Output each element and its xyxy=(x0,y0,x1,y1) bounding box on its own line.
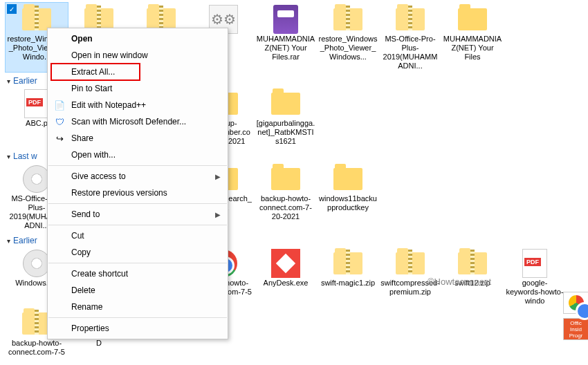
menu-item-label: Open with... xyxy=(71,150,116,160)
file-label: MS-Office-Pro-Plus-2019(MUHAMMADNI... xyxy=(380,35,440,71)
file-item[interactable]: MUHAMMADNIAZ(NET) Your Files xyxy=(441,3,504,72)
menu-item-label: Copy xyxy=(71,247,91,257)
chevron-down-icon: ▾ xyxy=(7,77,10,85)
file-label: backup-howto-connect.com-7-20-2021 xyxy=(256,194,315,221)
rar-icon xyxy=(269,6,302,33)
file-item[interactable]: swift-magic1.zip xyxy=(317,247,379,307)
zip-folder-icon xyxy=(394,250,427,277)
menu-item-label: Pin to Start xyxy=(71,84,112,93)
menu-separator xyxy=(48,317,227,318)
file-item[interactable]: backup-howto-connect.com-7-20-2021 xyxy=(255,162,317,232)
menu-item-label: Properties xyxy=(71,324,109,333)
notepad-icon: 📄 xyxy=(53,99,66,111)
check-icon: ✓ xyxy=(7,4,17,14)
folder-icon xyxy=(456,6,489,33)
file-item[interactable]: windows11backupproductkey xyxy=(317,162,379,232)
folder-icon xyxy=(269,90,302,118)
menu-item-label: Open in new window xyxy=(71,50,148,60)
menu-item-scan-with-microsoft-defender[interactable]: 🛡Scan with Microsoft Defender... xyxy=(48,113,228,130)
menu-item-label: Scan with Microsoft Defender... xyxy=(71,117,186,127)
pdf-icon xyxy=(518,250,551,277)
menu-separator xyxy=(48,263,227,263)
office-insider-peek[interactable]: OfficInsidProgr xyxy=(563,318,588,340)
menu-item-open-in-new-window[interactable]: Open in new window xyxy=(48,47,228,64)
group-header-label: Earlier xyxy=(13,76,37,86)
menu-item-rename[interactable]: Rename xyxy=(48,299,228,315)
menu-item-label: Cut xyxy=(71,231,84,241)
menu-item-edit-with-notepad[interactable]: 📄Edit with Notepad++ xyxy=(48,97,228,113)
menu-item-create-shortcut[interactable]: Create shortcut xyxy=(48,265,228,282)
menu-item-label: Extract All... xyxy=(71,67,115,77)
menu-item-label: Restore previous versions xyxy=(71,188,167,198)
share-icon: ↪ xyxy=(53,132,66,144)
file-label: google-keywords-howto-windo xyxy=(505,279,564,306)
menu-item-label: Share xyxy=(71,133,93,143)
menu-separator xyxy=(48,203,227,204)
right-edge-peek: OfficInsidProgr xyxy=(563,292,588,340)
context-menu: OpenOpen in new windowExtract All...Pin … xyxy=(47,28,228,339)
menu-item-label: Create shortcut xyxy=(71,269,128,279)
file-label: restore_Windows_Photo_Viewer_Windows... xyxy=(318,35,378,62)
menu-item-open-with[interactable]: Open with... xyxy=(48,147,228,163)
menu-item-copy[interactable]: Copy xyxy=(48,244,228,261)
chevron-right-icon: ▶ xyxy=(215,211,221,218)
file-label: ABC.p xyxy=(26,119,48,128)
file-label: MUHAMMADNIAZ(NET) Your Files.rar xyxy=(256,35,315,62)
menu-separator xyxy=(48,165,227,166)
menu-item-label: Open xyxy=(71,34,93,44)
menu-item-label: Edit with Notepad++ xyxy=(71,100,146,110)
chevron-down-icon: ▾ xyxy=(7,153,10,160)
menu-item-extract-all[interactable]: Extract All... xyxy=(48,64,228,80)
menu-item-label: Delete xyxy=(71,286,95,295)
menu-item-label: Rename xyxy=(71,302,102,312)
file-label: backup-howto-connect.com-7-5 xyxy=(7,339,66,357)
folder-icon xyxy=(269,165,302,193)
folder-icon xyxy=(331,165,365,193)
zip-folder-icon xyxy=(331,6,365,33)
group-header-label: Last w xyxy=(13,151,37,161)
file-item[interactable]: [gigapurbalingga.net]_RatbKMSTIs1621 xyxy=(255,87,317,147)
file-label: swift-magic1.zip xyxy=(321,279,375,288)
file-item[interactable]: MUHAMMADNIAZ(NET) Your Files.rar xyxy=(255,3,317,72)
file-item[interactable]: AnyDesk.exe xyxy=(255,247,317,307)
file-label: [gigapurbalingga.net]_RatbKMSTIs1621 xyxy=(256,119,315,146)
chevron-right-icon: ▶ xyxy=(215,173,221,180)
menu-item-pin-to-start[interactable]: Pin to Start xyxy=(48,80,228,97)
menu-item-restore-previous-versions[interactable]: Restore previous versions xyxy=(48,185,228,201)
menu-item-give-access-to[interactable]: Give access to▶ xyxy=(48,168,228,185)
shield-icon: 🛡 xyxy=(53,115,66,128)
menu-item-open[interactable]: Open xyxy=(48,30,228,47)
menu-item-properties[interactable]: Properties xyxy=(48,320,228,337)
chrome-peek-icon[interactable] xyxy=(563,292,588,314)
menu-item-cut[interactable]: Cut xyxy=(48,227,228,244)
file-item[interactable]: google-keywords-howto-windo xyxy=(504,247,566,307)
menu-separator xyxy=(48,225,227,225)
anydesk-icon xyxy=(269,250,302,277)
menu-item-delete[interactable]: Delete xyxy=(48,282,228,299)
file-label: D xyxy=(96,339,102,348)
zip-folder-icon xyxy=(331,250,365,277)
menu-item-label: Give access to xyxy=(71,171,126,181)
file-label: windows11backupproductkey xyxy=(318,194,378,212)
peek-text: OfficInsidProgr xyxy=(569,320,583,339)
menu-item-label: Send to xyxy=(71,209,100,219)
menu-item-share[interactable]: ↪Share xyxy=(48,130,228,147)
zip-folder-icon xyxy=(456,250,489,277)
file-label: AnyDesk.exe xyxy=(264,279,309,288)
file-item[interactable]: restore_Windows_Photo_Viewer_Windows... xyxy=(317,3,379,72)
chevron-down-icon: ▾ xyxy=(7,237,10,245)
watermark-text: ©Howtoconnect xyxy=(428,277,491,287)
file-item[interactable]: MS-Office-Pro-Plus-2019(MUHAMMADNI... xyxy=(379,3,441,72)
menu-item-send-to[interactable]: Send to▶ xyxy=(48,206,228,223)
file-label: MUHAMMADNIAZ(NET) Your Files xyxy=(443,35,502,62)
group-header-label: Earlier xyxy=(13,236,37,245)
zip-folder-icon xyxy=(394,6,427,33)
